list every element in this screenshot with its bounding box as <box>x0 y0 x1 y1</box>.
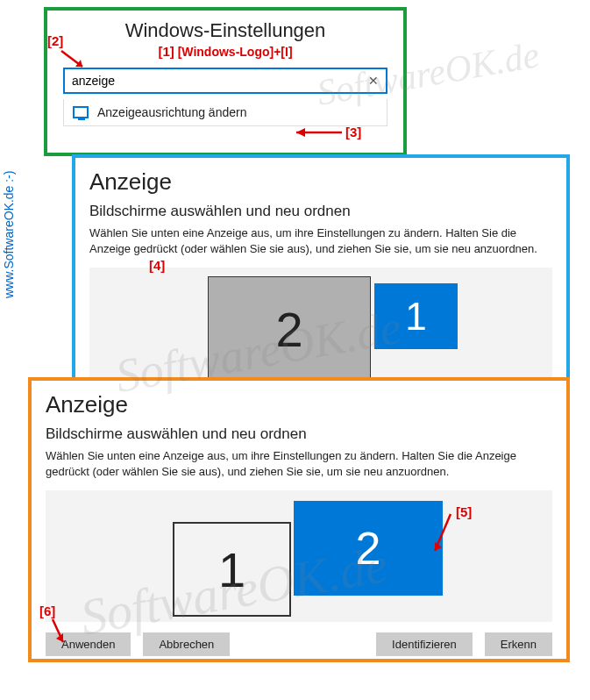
display-description: Wählen Sie unten eine Anzeige aus, um ih… <box>46 448 552 480</box>
annotation-1: [1] <box>158 44 174 59</box>
search-box[interactable]: ✕ <box>63 68 387 94</box>
annotation-6: [6] <box>39 604 55 618</box>
button-row: Anwenden Abbrechen Identifizieren Erkenn <box>46 632 552 656</box>
arrow-icon <box>46 616 72 647</box>
search-result-label: Anzeigeausrichtung ändern <box>97 105 246 119</box>
shortcut-text: [Windows-Logo]+[I] <box>178 45 293 59</box>
annotation-5: [5] <box>456 504 472 519</box>
keyboard-shortcut-hint: [1] [Windows-Logo]+[I] <box>63 44 387 59</box>
display-panel-after: Anzeige Bildschirme auswählen und neu or… <box>28 377 570 662</box>
monitor-1[interactable]: 1 <box>374 283 458 349</box>
arrow-icon <box>430 509 456 561</box>
annotation-4: [4] <box>149 258 165 273</box>
arrow-icon <box>56 46 91 72</box>
display-subtitle: Bildschirme auswählen und neu ordnen <box>89 203 552 220</box>
arrow-icon <box>289 125 345 140</box>
monitor-2[interactable]: 2 <box>208 276 371 382</box>
annotation-2: [2] <box>47 33 63 48</box>
display-title: Anzeige <box>89 168 552 196</box>
sidebar-url-text: www.SoftwareOK.de :-) <box>2 171 16 299</box>
display-subtitle: Bildschirme auswählen und neu ordnen <box>46 425 552 443</box>
search-input[interactable] <box>72 74 368 88</box>
svg-marker-3 <box>296 128 305 137</box>
display-description: Wählen Sie unten eine Anzeige aus, um ih… <box>89 225 552 257</box>
monitor-arrange-area[interactable]: 2 1 <box>89 268 552 390</box>
display-title: Anzeige <box>46 391 552 418</box>
detect-button[interactable]: Erkenn <box>485 632 552 656</box>
monitor-icon <box>73 106 89 118</box>
clear-icon[interactable]: ✕ <box>368 74 379 88</box>
settings-title: Windows-Einstellungen <box>63 19 387 42</box>
monitor-2[interactable]: 2 <box>294 501 443 596</box>
annotation-3: [3] <box>345 125 361 139</box>
search-result-item[interactable]: Anzeigeausrichtung ändern <box>63 99 387 126</box>
cancel-button[interactable]: Abbrechen <box>143 632 230 656</box>
identify-button[interactable]: Identifizieren <box>376 632 473 656</box>
monitor-1[interactable]: 1 <box>173 522 291 617</box>
monitor-arrange-area[interactable]: 2 1 <box>46 490 552 622</box>
